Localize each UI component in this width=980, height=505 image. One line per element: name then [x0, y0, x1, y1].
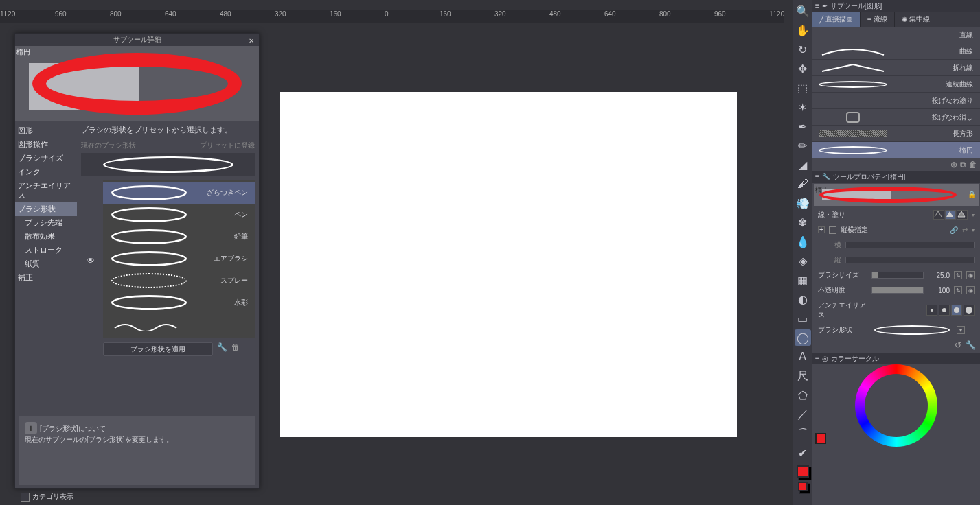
cat-paper[interactable]: 紙質: [15, 257, 77, 271]
add-subtool-icon[interactable]: ⊕: [950, 160, 957, 169]
color-panel-header[interactable]: ≡ ◎ カラーサークル: [812, 353, 980, 364]
color-swatch-icon[interactable]: [815, 433, 826, 444]
blend-tool-icon[interactable]: 💧: [795, 233, 811, 250]
category-show-checkbox[interactable]: カテゴリ表示: [19, 489, 255, 504]
secondary-color-swatch[interactable]: [798, 482, 808, 491]
prop-brush-size[interactable]: ブラシサイズ25.0⇅◉: [812, 268, 980, 283]
prop-brush-shape[interactable]: ブラシ形状▾: [812, 322, 980, 338]
target-icon: ◎: [822, 355, 828, 362]
cat-correction[interactable]: 補正: [15, 271, 77, 285]
ruler-tool-icon[interactable]: 尺: [795, 368, 811, 384]
eraser-tool-icon[interactable]: ◢: [795, 156, 811, 173]
cat-antialias[interactable]: アンチエイリアス: [15, 179, 77, 202]
prop-antialias[interactable]: アンチエイリアス: [812, 298, 980, 322]
subtool-item[interactable]: 折れ線: [812, 60, 980, 76]
brush-preset-list[interactable]: ざらつきペン ペン 鉛筆 エアブラシ スプレー 水彩: [103, 180, 255, 338]
subtool-item-selected[interactable]: 楕円: [812, 142, 980, 158]
subtool-item[interactable]: 長方形: [812, 126, 980, 142]
brush-tool-icon[interactable]: 🖌: [795, 176, 811, 192]
prop-aspect[interactable]: + 縦横指定 🔗 ⇄ ▾: [812, 222, 980, 237]
tab-direct-draw[interactable]: ╱直接描画: [812, 12, 861, 27]
rotate-tool-icon[interactable]: ↻: [795, 41, 811, 58]
foreground-color-swatch[interactable]: [797, 465, 809, 478]
correct-tool-icon[interactable]: ✔: [795, 445, 811, 461]
wand-tool-icon[interactable]: ✶: [795, 99, 811, 115]
line-fill-toggle[interactable]: [933, 210, 968, 220]
preset-item[interactable]: 水彩: [103, 292, 255, 314]
preset-item[interactable]: [103, 314, 255, 336]
cat-shape-op[interactable]: 図形操作: [15, 138, 77, 152]
preset-item[interactable]: エアブラシ: [103, 248, 255, 270]
cat-ink[interactable]: インク: [15, 165, 77, 179]
prop-width[interactable]: 横: [812, 237, 980, 252]
preset-item[interactable]: 鉛筆: [103, 226, 255, 248]
brush-preview: 楕円: [15, 46, 259, 121]
cat-scatter[interactable]: 散布効果: [15, 230, 77, 244]
duplicate-subtool-icon[interactable]: ⧉: [960, 160, 966, 169]
gradient-tool-icon[interactable]: ▦: [795, 272, 811, 288]
tab-stream[interactable]: ≡流線: [861, 12, 895, 27]
curve-tool-icon[interactable]: ⌒: [795, 425, 811, 442]
marquee-tool-icon[interactable]: ⬚: [795, 80, 811, 96]
trash-icon[interactable]: 🗑: [231, 342, 240, 352]
tool-property-header[interactable]: ≡ 🔧 ツールプロパティ[楕円]: [812, 171, 980, 183]
eye-icon[interactable]: 👁: [87, 256, 95, 266]
expand-icon[interactable]: +: [818, 226, 825, 233]
fill-tool-icon[interactable]: ◈: [795, 252, 811, 269]
preset-item[interactable]: スプレー: [103, 270, 255, 292]
subtool-item[interactable]: 曲線: [812, 43, 980, 60]
cat-brush-shape[interactable]: ブラシ形状: [15, 202, 77, 216]
shape-rect-tool-icon[interactable]: ▭: [795, 310, 811, 327]
move-tool-icon[interactable]: ✥: [795, 60, 811, 77]
color-circle[interactable]: [812, 364, 980, 447]
prop-opacity[interactable]: 不透明度100⇅◉: [812, 283, 980, 298]
prop-line-fill: 線・塗り ▾: [812, 207, 980, 222]
subtool-list: 直線 曲線 折れ線 連続曲線 投げなわ塗り 投げなわ消し 長方形 楕円: [812, 27, 980, 158]
register-preset-link[interactable]: プリセットに登録: [200, 141, 255, 150]
hand-tool-icon[interactable]: ✋: [795, 22, 811, 38]
tool-bar: 🔍 ✋ ↻ ✥ ⬚ ✶ ✒ ✏ ◢ 🖌 💨 ✾ 💧 ◈ ▦ ◐ ▭ ◯ A 尺 …: [793, 0, 812, 505]
prop-height[interactable]: 縦: [812, 252, 980, 268]
right-panel-stack: ≡ ✒ サブツール[図形] ╱直接描画 ≡流線 ✺集中線 直線 曲線 折れ線 連…: [812, 0, 980, 505]
apply-brush-shape-button[interactable]: ブラシ形状を適用: [103, 342, 213, 356]
cat-brush-size[interactable]: ブラシサイズ: [15, 152, 77, 165]
blur-tool-icon[interactable]: ◐: [795, 291, 811, 307]
airbrush-tool-icon[interactable]: 💨: [795, 195, 811, 211]
wrench-icon[interactable]: 🔧: [217, 342, 227, 352]
zoom-tool-icon[interactable]: 🔍: [795, 3, 811, 19]
delete-subtool-icon[interactable]: 🗑: [969, 160, 977, 169]
tab-focus[interactable]: ✺集中線: [895, 12, 937, 27]
preset-item[interactable]: ざらつきペン: [103, 182, 255, 204]
link-icon[interactable]: 🔗: [950, 226, 958, 234]
cat-brush-tip[interactable]: ブラシ先端: [15, 216, 77, 230]
close-icon[interactable]: ✕: [247, 35, 256, 45]
lines-icon: ≡: [867, 16, 871, 23]
deco-tool-icon[interactable]: ✾: [795, 214, 811, 231]
horizontal-ruler: 1120960800640480320160016032048064080096…: [0, 10, 784, 23]
category-list: 図形 図形操作 ブラシサイズ インク アンチエイリアス ブラシ形状 ブラシ先端 …: [15, 121, 77, 416]
pencil-tool-icon[interactable]: ✏: [795, 137, 811, 154]
subtool-item[interactable]: 投げなわ塗り: [812, 93, 980, 109]
swap-icon[interactable]: ⇄: [962, 226, 968, 234]
info-icon: i: [25, 422, 37, 434]
settings-icon[interactable]: 🔧: [966, 340, 976, 350]
text-tool-icon[interactable]: A: [795, 349, 811, 365]
line-tool-icon[interactable]: ／: [795, 406, 811, 423]
lock-icon[interactable]: 🔒: [968, 191, 976, 198]
subtool-item[interactable]: 直線: [812, 27, 980, 43]
pen-tool-icon[interactable]: ✒: [795, 118, 811, 134]
subtool-item[interactable]: 投げなわ消し: [812, 109, 980, 126]
subtool-item[interactable]: 連続曲線: [812, 76, 980, 93]
preset-item[interactable]: ペン: [103, 204, 255, 226]
canvas-area[interactable]: [280, 92, 737, 437]
line-icon: ╱: [819, 16, 823, 23]
cat-shape[interactable]: 図形: [15, 124, 77, 138]
clock-icon[interactable]: ↺: [955, 340, 961, 350]
dialog-title-bar[interactable]: サブツール詳細 ✕: [15, 34, 259, 46]
polygon-tool-icon[interactable]: ⬠: [795, 387, 811, 403]
current-brush-shape: [81, 153, 255, 176]
subtool-panel-header[interactable]: ≡ ✒ サブツール[図形]: [812, 0, 980, 12]
pen-icon: ✒: [822, 2, 828, 10]
cat-stroke[interactable]: ストローク: [15, 244, 77, 257]
shape-ellipse-tool-icon[interactable]: ◯: [795, 329, 811, 346]
